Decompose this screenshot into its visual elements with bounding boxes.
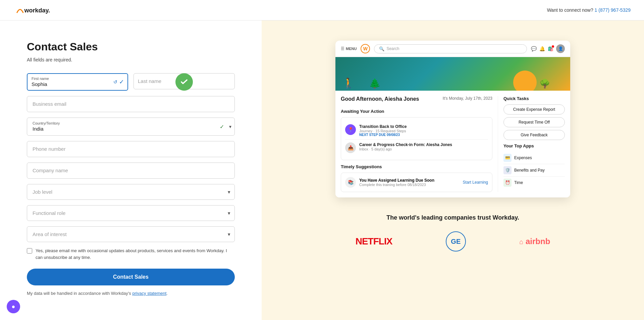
logos-row: NETFLIX GE ⌂ airbnb (335, 231, 570, 252)
app-item-expenses[interactable]: 💳 Expenses (503, 152, 565, 164)
country-label: Country/Territory (33, 121, 221, 125)
check-icon: ✓ (119, 78, 124, 86)
expenses-label: Expenses (514, 155, 532, 160)
banner-figure3: 🌳 (539, 79, 550, 89)
app-item-time[interactable]: ⏰ Time (503, 177, 565, 189)
app-left-column: Good Afternoon, Aiesha Jones It's Monday… (341, 96, 498, 192)
email-consent-label: Yes, please email me with occasional upd… (36, 247, 235, 261)
task1-sub: Journey · 15 Required Steps (359, 129, 488, 133)
banner-sun (513, 71, 537, 91)
area-interest-select[interactable]: Area of interest ▾ (27, 226, 235, 242)
banner-figure1: 🚶 (342, 77, 355, 89)
user-avatar[interactable]: 👤 (556, 44, 565, 53)
top-apps-section: Your Top Apps 💳 Expenses 🛡️ Benefits and… (503, 143, 565, 189)
app-right-column: Quick Tasks Create Expense Report Reques… (498, 96, 565, 192)
app-header: ☰ MENU W 🔍 Search 💬 🔔 🛍️ 👤 (335, 41, 570, 57)
first-name-field[interactable]: First name ↺ ✓ (27, 73, 128, 91)
country-group: Country/Territory India ✓ ▾ (27, 118, 235, 136)
country-select[interactable]: Country/Territory India ✓ ▾ (27, 118, 235, 136)
company-input[interactable] (33, 168, 229, 173)
phone-input[interactable] (33, 146, 229, 152)
task1-text: Transition Back to Office Journey · 15 R… (359, 124, 488, 137)
trust-title: The world's leading companies trust Work… (335, 214, 570, 221)
benefits-icon: 🛡️ (503, 166, 512, 174)
chat-app-icon[interactable]: 💬 (531, 46, 537, 51)
phone-group (27, 141, 235, 157)
create-expense-button[interactable]: Create Expense Report (503, 104, 565, 115)
time-label: Time (514, 180, 523, 185)
timely-text: You Have Assigned Learning Due Soon Comp… (359, 178, 460, 187)
privacy-link[interactable]: privacy statement (132, 291, 166, 296)
app-banner: 🚶 🌲 🌳 (335, 57, 570, 91)
netflix-logo: NETFLIX (356, 236, 392, 247)
task2-icon: 📥 (345, 142, 356, 153)
task2-sub: Inbox · 5 day(s) ago (359, 147, 488, 151)
app-item-benefits[interactable]: 🛡️ Benefits and Pay (503, 164, 565, 177)
top-apps-title: Your Top Apps (503, 143, 565, 148)
right-panel: ☰ MENU W 🔍 Search 💬 🔔 🛍️ 👤 (262, 20, 644, 320)
task-item-2: 📥 Career & Progress Check-in Form: Aiesh… (345, 140, 488, 156)
task2-name: Career & Progress Check-in Form: Aiesha … (359, 142, 488, 147)
cart-icon[interactable]: 🛍️ (548, 46, 553, 51)
app-body: Good Afternoon, Aiesha Jones It's Monday… (335, 91, 570, 197)
give-feedback-button[interactable]: Give Feedback (503, 130, 565, 140)
timely-name: You Have Assigned Learning Due Soon (359, 178, 460, 183)
job-level-select[interactable]: Job level ▾ (27, 184, 235, 200)
request-time-off-button[interactable]: Request Time Off (503, 117, 565, 127)
page-title: Contact Sales (27, 41, 235, 53)
country-check-icon: ✓ (220, 124, 224, 130)
bell-icon[interactable]: 🔔 (539, 46, 545, 51)
functional-role-select[interactable]: Functional role ▾ (27, 205, 235, 221)
expenses-icon: 💳 (503, 154, 512, 162)
task-item-1: 📍 Transition Back to Office Journey · 15… (345, 122, 488, 140)
app-menu: ☰ MENU (341, 46, 357, 51)
time-icon: ⏰ (503, 179, 512, 187)
task1-due: NEXT STEP DUE 09/08/23 (359, 133, 488, 137)
chat-bubble[interactable]: ● (7, 300, 20, 313)
start-learning-link[interactable]: Start Learning (463, 180, 488, 185)
task1-name: Transition Back to Office (359, 124, 488, 129)
first-name-group: First name ↺ ✓ (27, 73, 128, 91)
chat-icon: ● (12, 303, 15, 310)
logo: workday. (13, 4, 50, 16)
app-logo: W (361, 44, 370, 53)
functional-role-chevron-icon: ▾ (228, 210, 230, 216)
job-level-chevron-icon: ▾ (228, 189, 230, 195)
refresh-icon: ↺ (113, 79, 117, 85)
email-input[interactable] (33, 101, 229, 107)
country-value: India (33, 126, 44, 132)
contact-info: Want to connect now? 1 (877) 967-5329 (547, 7, 631, 13)
benefits-label: Benefits and Pay (514, 168, 545, 173)
job-level-group: Job level ▾ (27, 184, 235, 200)
email-consent-row: Yes, please email me with occasional upd… (27, 247, 235, 261)
search-icon: 🔍 (379, 46, 384, 51)
search-placeholder: Search (386, 46, 399, 51)
timely-item: 📚 You Have Assigned Learning Due Soon Co… (345, 177, 488, 188)
name-row: First name ↺ ✓ (27, 73, 235, 91)
functional-role-group: Functional role ▾ (27, 205, 235, 221)
app-search-bar[interactable]: 🔍 Search (374, 44, 527, 53)
airbnb-logo: ⌂ airbnb (519, 237, 550, 246)
cursor-indicator (175, 73, 193, 91)
svg-text:workday.: workday. (24, 7, 50, 14)
greeting-row: Good Afternoon, Aiesha Jones It's Monday… (341, 96, 492, 105)
last-name-group (133, 73, 235, 91)
timely-sub: Complete this training before 08/18/2023 (359, 183, 460, 187)
first-name-input[interactable] (32, 81, 114, 87)
email-group (27, 96, 235, 112)
timely-icon: 📚 (345, 177, 356, 188)
greeting-text: Good Afternoon, Aiesha Jones (341, 96, 419, 102)
phone-link[interactable]: 1 (877) 967-5329 (595, 7, 631, 13)
submit-button[interactable]: Contact Sales (27, 269, 235, 285)
form-panel: Contact Sales All fields are required. F… (0, 20, 262, 320)
date-text: It's Monday, July 17th, 2023 (443, 96, 492, 101)
email-consent-checkbox[interactable] (27, 248, 32, 254)
banner-figure2: 🌲 (369, 78, 381, 89)
app-header-icons: 💬 🔔 🛍️ 👤 (531, 44, 565, 53)
company-group (27, 163, 235, 179)
menu-label: MENU (346, 47, 357, 51)
timely-card: 📚 You Have Assigned Learning Due Soon Co… (341, 173, 492, 192)
timely-section-title: Timely Suggestions (341, 164, 492, 169)
app-mockup: ☰ MENU W 🔍 Search 💬 🔔 🛍️ 👤 (335, 41, 570, 197)
job-level-placeholder: Job level (33, 189, 52, 195)
